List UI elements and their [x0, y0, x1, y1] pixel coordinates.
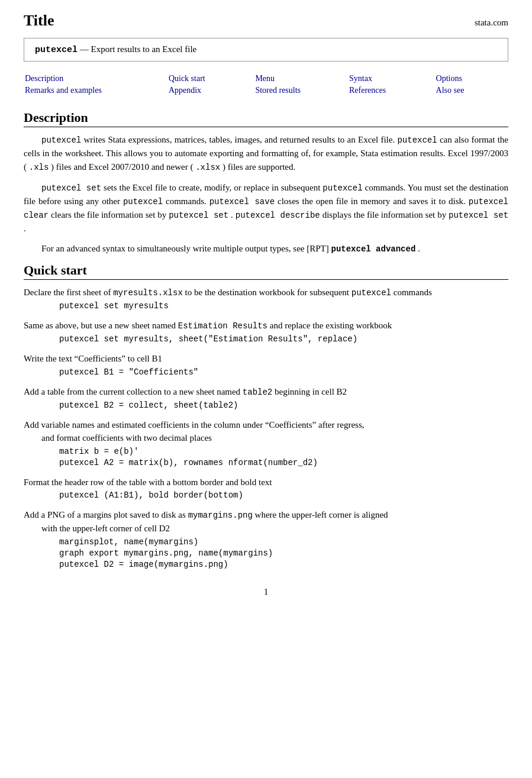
- desc-p2-m7: putexcel describe: [236, 211, 320, 220]
- desc-p1-mono1: putexcel: [41, 135, 81, 145]
- nav-quickstart[interactable]: Quick start: [169, 74, 205, 83]
- qs-item-4-code: putexcel B2 = collect, sheet(table2): [59, 401, 508, 410]
- desc-p2-m4: putexcel save: [209, 197, 275, 206]
- desc-p3-t1: For an advanced syntax to simultaneously…: [41, 244, 331, 253]
- qs-item-2: Same as above, but use a new sheet named…: [24, 319, 508, 344]
- qs1-mono1: myresults.xlsx: [113, 288, 183, 298]
- qs-item-5: Add variable names and estimated coeffic…: [24, 418, 508, 467]
- desc-p2-m3: putexcel: [123, 197, 163, 206]
- qs-item-5-code2: putexcel A2 = matrix(b), rownames nforma…: [59, 458, 508, 467]
- title-bar: Title stata.com: [24, 12, 508, 30]
- qs7-mono1: mymargins.png: [188, 511, 253, 520]
- qs-item-7-desc: Add a PNG of a margins plot saved to dis…: [24, 508, 508, 535]
- desc-p1-mono3: .xls: [29, 163, 49, 172]
- nav-references[interactable]: References: [349, 86, 386, 95]
- nav-also-see[interactable]: Also see: [436, 86, 465, 95]
- desc-p2-t7: displays the file information set by: [323, 210, 449, 219]
- desc-p2-m1: putexcel set: [41, 183, 101, 193]
- nav-appendix[interactable]: Appendix: [169, 86, 201, 95]
- brand: stata.com: [475, 18, 508, 28]
- qs-item-7: Add a PNG of a margins plot saved to dis…: [24, 508, 508, 569]
- qs-item-7-code3: putexcel D2 = image(mymargins.png): [59, 560, 508, 569]
- qs1-mono2: putexcel: [352, 288, 391, 298]
- desc-p2-m6: putexcel set: [169, 211, 228, 220]
- qs-item-1: Declare the first sheet of myresults.xls…: [24, 286, 508, 311]
- qs-item-6-desc: Format the header row of the table with …: [24, 476, 508, 489]
- qs2-mono1: Estimation Results: [178, 321, 267, 331]
- nav-table: Description Quick start Menu Syntax Opti…: [24, 72, 508, 97]
- qs-item-7-code1: marginsplot, name(mymargins): [59, 537, 508, 547]
- desc-p2-t3: commands.: [166, 196, 209, 206]
- qs-item-1-code: putexcel set myresults: [59, 301, 508, 311]
- nav-description[interactable]: Description: [25, 74, 63, 83]
- command-name: putexcel: [35, 45, 78, 55]
- nav-options[interactable]: Options: [436, 74, 462, 83]
- desc-p2-m8: putexcel set: [449, 211, 508, 220]
- qs-item-5-code1: matrix b = e(b)': [59, 447, 508, 456]
- qs-item-2-desc: Same as above, but use a new sheet named…: [24, 319, 508, 332]
- description-para1: putexcel writes Stata expressions, matri…: [24, 133, 508, 174]
- desc-p2-t1: sets the Excel file to create, modify, o…: [104, 183, 323, 192]
- page: Title stata.com putexcel — Export result…: [0, 0, 532, 778]
- description-para2: putexcel set sets the Excel file to crea…: [24, 181, 508, 235]
- desc-p2-t8: .: [24, 224, 26, 233]
- qs-item-6-code: putexcel (A1:B1), bold border(bottom): [59, 490, 508, 500]
- desc-p1-text4: ) files are supported.: [223, 162, 295, 172]
- description-heading: Description: [24, 110, 508, 127]
- qs-item-1-desc: Declare the first sheet of myresults.xls…: [24, 286, 508, 299]
- qs-item-3: Write the text “Coefficients” to cell B1…: [24, 352, 508, 377]
- qs-item-4-desc: Add a table from the current collection …: [24, 385, 508, 399]
- qs-item-2-code: putexcel set myresults, sheet("Estimatio…: [59, 334, 508, 344]
- desc-p3-boldmono: putexcel advanced: [331, 244, 416, 254]
- page-title: Title: [24, 12, 54, 30]
- quickstart-section: Quick start Declare the first sheet of m…: [24, 263, 508, 569]
- qs7-desc-cont: with the upper-left corner of cell D2: [24, 524, 170, 533]
- nav-menu[interactable]: Menu: [255, 74, 275, 83]
- nav-remarks[interactable]: Remarks and examples: [25, 86, 102, 95]
- desc-p1-mono2: putexcel: [397, 135, 437, 145]
- page-number: 1: [24, 587, 508, 597]
- desc-p2-t4: closes the open file in memory and saves…: [278, 196, 469, 206]
- desc-p2-t6: .: [231, 210, 236, 219]
- qs4-mono1: table2: [243, 388, 272, 397]
- description-para3: For an advanced syntax to simultaneously…: [24, 242, 508, 256]
- qs-item-3-code: putexcel B1 = "Coefficients": [59, 367, 508, 377]
- desc-p2-t5: clears the file information set by: [51, 210, 169, 219]
- desc-p2-m2: putexcel: [323, 183, 362, 193]
- nav-syntax[interactable]: Syntax: [349, 74, 372, 83]
- nav-stored-results[interactable]: Stored results: [255, 86, 301, 95]
- desc-p3-t2: .: [418, 244, 420, 253]
- command-box: putexcel — Export results to an Excel fi…: [24, 38, 508, 62]
- qs-item-7-code2: graph export mymargins.png, name(mymargi…: [59, 548, 508, 558]
- desc-p1-text1: writes Stata expressions, matrices, tabl…: [84, 135, 398, 144]
- qs-item-5-desc: Add variable names and estimated coeffic…: [24, 418, 508, 445]
- quickstart-heading: Quick start: [24, 263, 508, 280]
- desc-p1-mono4: .xlsx: [195, 163, 220, 172]
- command-description: Export results to an Excel file: [91, 44, 197, 54]
- command-dash: —: [80, 44, 89, 54]
- qs-item-3-desc: Write the text “Coefficients” to cell B1: [24, 352, 508, 366]
- qs-item-6: Format the header row of the table with …: [24, 476, 508, 501]
- desc-p1-text3: ) files and Excel 2007/2010 and newer (: [51, 162, 193, 172]
- qs5-desc-cont: and format coefficients with two decimal…: [24, 433, 212, 443]
- qs-item-4: Add a table from the current collection …: [24, 385, 508, 410]
- description-section: Description putexcel writes Stata expres…: [24, 110, 508, 256]
